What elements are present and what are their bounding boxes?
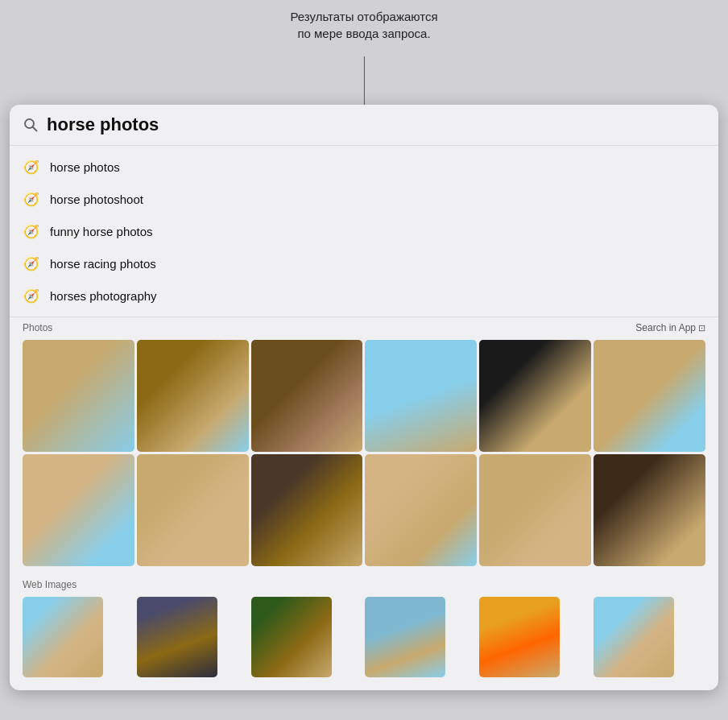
photo-thumb[interactable]: [251, 340, 363, 452]
tooltip-arrow: [364, 56, 365, 105]
photo-thumb[interactable]: [479, 340, 591, 452]
tooltip: Результаты отображаются по мере ввода за…: [290, 8, 437, 42]
svg-line-1: [33, 127, 38, 132]
photo-thumb[interactable]: [137, 340, 249, 452]
tooltip-line2: по мере ввода запроса.: [290, 25, 437, 42]
photo-thumb[interactable]: [594, 340, 705, 452]
photo-thumb[interactable]: [365, 454, 477, 566]
photo-thumb[interactable]: [365, 340, 477, 452]
web-image-thumb[interactable]: [365, 597, 445, 677]
photo-thumb[interactable]: [594, 454, 705, 566]
photo-thumb[interactable]: [23, 454, 134, 566]
web-image-thumb[interactable]: [479, 597, 560, 677]
web-images-grid: [10, 594, 718, 690]
search-icon: [23, 117, 39, 133]
photo-thumb[interactable]: [137, 454, 249, 566]
web-images-section-title: Web Images: [23, 579, 77, 590]
search-panel: horse photos 🧭 horse photos 🧭 horse phot…: [10, 105, 718, 690]
photo-thumb[interactable]: [251, 454, 363, 566]
search-bar: horse photos: [10, 105, 718, 146]
safari-icon: 🧭: [23, 254, 40, 272]
suggestion-item[interactable]: 🧭 horse racing photos: [10, 247, 718, 279]
suggestion-item[interactable]: 🧭 horses photography: [10, 279, 718, 312]
search-query[interactable]: horse photos: [47, 114, 705, 135]
safari-icon: 🧭: [23, 158, 40, 176]
photos-section-header: Photos Search in App: [10, 317, 718, 337]
safari-icon: 🧭: [23, 222, 40, 240]
web-image-thumb[interactable]: [23, 597, 103, 677]
suggestion-text: horse photos: [50, 160, 120, 174]
suggestion-item[interactable]: 🧭 horse photoshoot: [10, 183, 718, 215]
suggestion-item[interactable]: 🧭 funny horse photos: [10, 215, 718, 247]
web-image-thumb[interactable]: [251, 597, 332, 677]
suggestion-text: horse photoshoot: [50, 192, 143, 206]
suggestion-item[interactable]: 🧭 horse photos: [10, 151, 718, 183]
tooltip-line1: Результаты отображаются: [290, 8, 437, 25]
suggestion-text: horses photography: [50, 289, 157, 303]
photos-grid: [10, 337, 718, 574]
suggestions-list: 🧭 horse photos 🧭 horse photoshoot 🧭 funn…: [10, 146, 718, 317]
suggestion-text: horse racing photos: [50, 257, 156, 271]
photo-thumb[interactable]: [479, 454, 591, 566]
web-image-thumb[interactable]: [137, 597, 217, 677]
web-images-section-header: Web Images: [10, 574, 718, 594]
suggestion-text: funny horse photos: [50, 225, 153, 238]
safari-icon: 🧭: [23, 287, 40, 304]
svg-point-0: [25, 119, 34, 128]
web-image-thumb[interactable]: [594, 597, 674, 677]
photo-thumb[interactable]: [23, 340, 134, 452]
search-in-app-button[interactable]: Search in App: [635, 322, 705, 333]
photos-section-title: Photos: [23, 322, 52, 333]
safari-icon: 🧭: [23, 190, 40, 208]
